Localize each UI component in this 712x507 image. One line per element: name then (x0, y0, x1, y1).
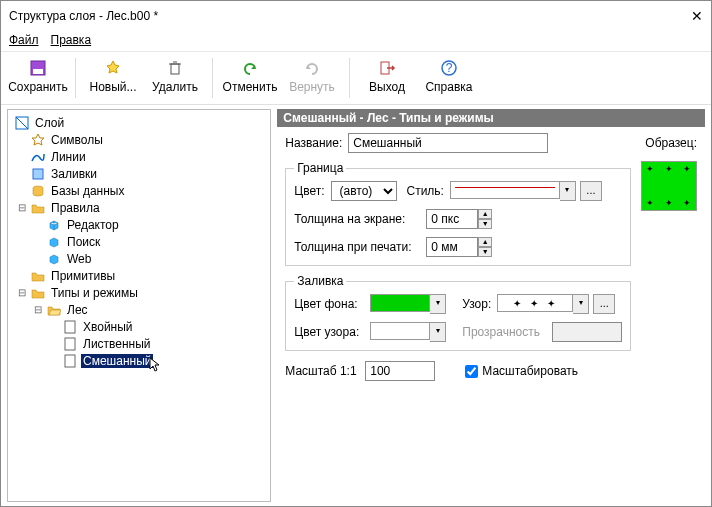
color-label: Цвет: (294, 184, 324, 198)
sample-label: Образец: (645, 136, 697, 150)
chevron-down-icon[interactable]: ▾ (430, 294, 446, 314)
redo-button[interactable]: Вернуть (281, 56, 343, 96)
tree-web[interactable]: Web (10, 250, 268, 267)
bgcolor-well[interactable] (370, 294, 430, 312)
spin-down-icon[interactable]: ▼ (478, 247, 492, 257)
fill-icon (30, 166, 46, 182)
border-color-select[interactable]: (авто) (331, 181, 397, 201)
patcolor-well[interactable] (370, 322, 430, 340)
svg-rect-13 (65, 338, 75, 350)
chevron-down-icon[interactable]: ▾ (430, 322, 446, 342)
svg-text:?: ? (446, 61, 453, 75)
trash-icon (165, 58, 185, 78)
svg-rect-14 (65, 355, 75, 367)
spin-down-icon[interactable]: ▼ (478, 219, 492, 229)
style-select[interactable] (450, 181, 560, 199)
window-title: Структура слоя - Лес.b00 * (9, 9, 691, 23)
panel-header: Смешанный - Лес - Типы и режимы (277, 109, 705, 127)
patcolor-label: Цвет узора: (294, 325, 364, 339)
spin-up-icon[interactable]: ▲ (478, 237, 492, 247)
cursor-icon (149, 357, 161, 373)
screen-thickness-label: Толщина на экране: (294, 212, 420, 226)
folder-icon (30, 268, 46, 284)
cube-icon (46, 251, 62, 267)
tree-types[interactable]: ⊟Типы и режимы (10, 284, 268, 301)
tree-primitives[interactable]: Примитивы (10, 267, 268, 284)
svg-rect-12 (65, 321, 75, 333)
pattern-more-button[interactable]: ... (593, 294, 615, 314)
new-icon (103, 58, 123, 78)
tree-editor[interactable]: Редактор (10, 216, 268, 233)
name-input[interactable] (348, 133, 548, 153)
menu-bar: Файл Правка (1, 31, 711, 52)
toolbar: Сохранить Новый... Удалить Отменить Верн… (1, 52, 711, 105)
collapse-icon[interactable]: ⊟ (16, 287, 28, 298)
svg-rect-2 (171, 64, 179, 74)
chevron-down-icon[interactable]: ▾ (560, 181, 576, 201)
name-label: Название: (285, 136, 342, 150)
save-icon (28, 58, 48, 78)
scale-input[interactable] (365, 361, 435, 381)
spin-up-icon[interactable]: ▲ (478, 209, 492, 219)
page-icon (62, 353, 78, 369)
tree-databases[interactable]: Базы данных (10, 182, 268, 199)
svg-rect-10 (33, 169, 43, 179)
tree-fills[interactable]: Заливки (10, 165, 268, 182)
help-icon: ? (439, 58, 459, 78)
collapse-icon[interactable]: ⊟ (32, 304, 44, 315)
exit-button[interactable]: Выход (356, 56, 418, 96)
cube-icon (46, 234, 62, 250)
tree-rules[interactable]: ⊟Правила (10, 199, 268, 216)
folder-icon (30, 200, 46, 216)
sample-preview (641, 161, 697, 211)
transparency-input (552, 322, 622, 342)
transparency-label: Прозрачность (462, 325, 540, 339)
pattern-label: Узор: (462, 297, 491, 311)
layer-tree[interactable]: Слой Символы Линии Заливки Базы данных ⊟… (7, 109, 271, 502)
help-button[interactable]: ? Справка (418, 56, 480, 96)
new-button[interactable]: Новый... (82, 56, 144, 96)
tree-symbols[interactable]: Символы (10, 131, 268, 148)
layer-icon (14, 115, 30, 131)
folder-open-icon (46, 302, 62, 318)
undo-button[interactable]: Отменить (219, 56, 281, 96)
collapse-icon[interactable]: ⊟ (16, 202, 28, 213)
line-icon (30, 149, 46, 165)
properties-panel: Смешанный - Лес - Типы и режимы Название… (277, 109, 705, 502)
redo-icon (302, 58, 322, 78)
page-icon (62, 336, 78, 352)
database-icon (30, 183, 46, 199)
save-button[interactable]: Сохранить (7, 56, 69, 96)
tree-search[interactable]: Поиск (10, 233, 268, 250)
line-style-icon (455, 187, 555, 188)
cube-icon (46, 217, 62, 233)
bgcolor-label: Цвет фона: (294, 297, 364, 311)
border-group: Граница Цвет: (авто) Стиль: ▾ ... Толщин… (285, 161, 631, 266)
folder-icon (30, 285, 46, 301)
delete-button[interactable]: Удалить (144, 56, 206, 96)
screen-thickness-input[interactable] (426, 209, 478, 229)
print-thickness-label: Толщина при печати: (294, 240, 420, 254)
style-label: Стиль: (407, 184, 444, 198)
close-icon[interactable]: ✕ (691, 8, 703, 24)
page-icon (62, 319, 78, 335)
fill-group: Заливка Цвет фона: ▾ Узор: ✦ ✦ ✦▾ ... Цв… (285, 274, 631, 351)
title-bar: Структура слоя - Лес.b00 * ✕ (1, 1, 711, 31)
tree-lines[interactable]: Линии (10, 148, 268, 165)
print-thickness-input[interactable] (426, 237, 478, 257)
star-icon (30, 132, 46, 148)
menu-edit[interactable]: Правка (51, 33, 92, 47)
style-more-button[interactable]: ... (580, 181, 602, 201)
scale-checkbox-label[interactable]: Масштабировать (461, 362, 578, 381)
tree-mixed[interactable]: Смешанный (10, 352, 268, 369)
scale-label: Масштаб 1:1 (285, 364, 359, 378)
menu-file[interactable]: Файл (9, 33, 39, 47)
chevron-down-icon[interactable]: ▾ (573, 294, 589, 314)
tree-deciduous[interactable]: Лиственный (10, 335, 268, 352)
pattern-select[interactable]: ✦ ✦ ✦ (497, 294, 573, 312)
scale-checkbox[interactable] (465, 365, 478, 378)
tree-coniferous[interactable]: Хвойный (10, 318, 268, 335)
tree-root[interactable]: Слой (10, 114, 268, 131)
tree-forest[interactable]: ⊟Лес (10, 301, 268, 318)
undo-icon (240, 58, 260, 78)
